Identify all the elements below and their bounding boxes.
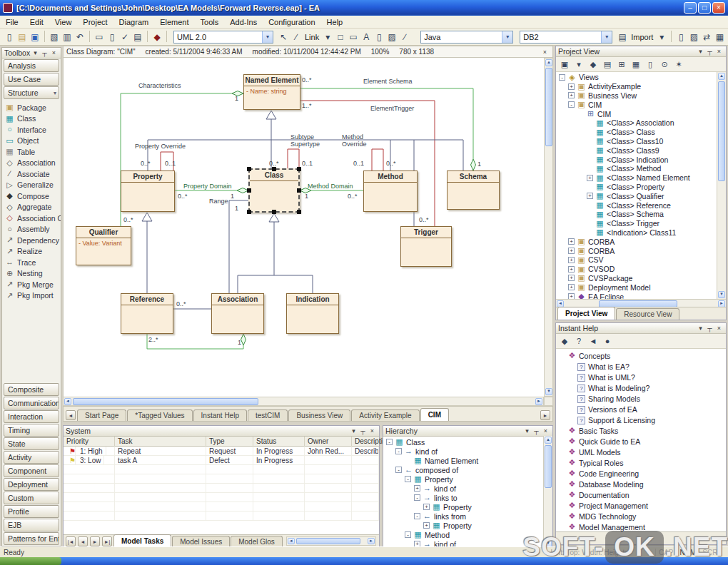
tree-item[interactable]: <Class> Class9 [556,146,717,155]
tree-item[interactable]: + EA Eclipse [556,292,717,299]
panel-close-icon[interactable]: × [714,324,724,332]
toolbox-item[interactable]: Generalize [5,180,61,191]
new-package-icon[interactable]: ▤ [601,58,614,71]
toolbox-section[interactable]: Component [4,464,59,477]
expand-toggle[interactable]: + [414,485,420,492]
tab[interactable]: Model Tasks [113,534,171,547]
tree-item[interactable]: Concepts [556,350,726,361]
scroll-down-icon[interactable]: ▼ [718,291,725,298]
pin-icon[interactable]: ┬ [358,427,368,435]
pin-icon[interactable]: ┬ [705,47,714,56]
tree-item[interactable]: <Indication> Class11 [556,228,717,238]
expand-toggle[interactable]: - [414,513,420,519]
toolbox-item[interactable]: Compose [5,190,61,202]
uml-class-qualifier[interactable]: Qualifier - Value: Variant [76,226,131,265]
tree-item[interactable]: + Business View [556,91,717,101]
uml-class-association[interactable]: Association [211,293,264,334]
web-icon[interactable]: ● [601,335,614,347]
scrollbar-thumb[interactable] [545,445,552,488]
scrollbar-thumb[interactable] [718,81,725,181]
expand-toggle[interactable]: + [568,293,575,299]
tree-item[interactable]: Database Modeling [556,479,726,489]
scroll-left-icon[interactable]: ◄ [288,538,295,544]
open-model-icon[interactable]: ◆ [587,58,600,71]
scroll-right-icon[interactable]: ► [535,398,542,405]
database-combo[interactable]: DB2 ▾ [520,31,612,44]
panel-menu-icon[interactable]: ▾ [522,427,532,435]
toolbox-section[interactable]: Communication [4,397,59,409]
menu-item[interactable]: Project [77,16,113,28]
selection-handle[interactable] [247,167,251,171]
menu-item[interactable]: Element [154,16,194,28]
toolbox-item[interactable]: Realize [5,246,61,258]
pin-icon[interactable]: ┬ [40,49,49,57]
scrollbar-thumb[interactable] [545,68,552,146]
toolbox-item[interactable]: Nesting [5,268,61,280]
generate-code-icon[interactable]: ▯ [674,31,687,44]
notes-icon[interactable]: ▤ [131,31,144,44]
tree-item[interactable]: <Class> Method [556,164,717,173]
next-record-icon[interactable]: ► [90,536,100,546]
tree-item[interactable]: Basic Tasks [556,425,726,436]
line-icon[interactable]: ∕ [398,31,411,44]
panel-menu-icon[interactable]: ▾ [349,427,358,435]
toolbox-section[interactable]: EJB [4,519,59,531]
chevron-down-icon[interactable]: ▾ [601,31,612,43]
expand-toggle[interactable]: - [559,74,565,81]
expand-toggle[interactable]: + [568,275,575,281]
sync-icon[interactable]: ⇄ [700,31,713,44]
toolbox-section[interactable]: Patterns for Ente... [4,532,59,545]
menu-item[interactable]: Diagram [113,16,155,28]
open-folder-icon[interactable]: ▤ [16,31,29,44]
minimize-button[interactable]: – [684,2,697,14]
close-button[interactable]: × [712,2,725,14]
expand-toggle[interactable]: - [405,531,411,538]
panel-menu-icon[interactable]: ▾ [696,324,705,332]
tree-item[interactable]: Versions of EA [556,404,726,414]
uml-class-trigger[interactable]: Trigger [400,226,452,267]
grid-icon[interactable]: ▦ [713,31,726,44]
menu-item[interactable]: Help [321,16,349,28]
menu-item[interactable]: Edit [24,16,49,28]
tree-item[interactable]: + <Class> Qualifier [556,191,717,200]
uml-class-schema[interactable]: Schema [447,170,500,210]
toolbox-section[interactable]: State [4,437,59,450]
expand-toggle[interactable]: + [568,248,575,254]
toolbox-item[interactable]: Interface [5,124,61,136]
panel-menu-icon[interactable]: ▾ [31,49,40,57]
appearance-icon[interactable]: ◆ [151,31,163,44]
column-header[interactable]: Owner [305,437,352,447]
tree-item[interactable]: Documentation [556,489,726,500]
toolbox-section[interactable]: Analysis [4,59,59,72]
scrollbar-thumb[interactable] [296,538,360,544]
expand-toggle[interactable]: - [395,467,402,473]
panel-menu-icon[interactable]: ▾ [696,47,705,56]
tree-item[interactable]: - composed of [383,465,543,474]
tree-item[interactable]: + Property [383,521,543,530]
tree-item[interactable]: - CIM [556,100,717,109]
separator[interactable] [166,31,167,42]
chevron-down-icon[interactable]: ▾ [572,58,585,71]
expand-toggle[interactable]: + [587,193,593,199]
menu-item[interactable]: Add-Ins [224,16,263,28]
documentation-icon[interactable]: ▯ [644,58,657,71]
column-header[interactable]: Task [115,437,206,447]
tree-item[interactable]: Support & Licensing [556,414,726,425]
tree-item[interactable]: Project Management [556,500,726,511]
tab[interactable]: Activity Example [351,409,419,421]
pen-icon[interactable]: ∕ [290,31,303,44]
tree-item[interactable]: + CVSPackage [556,274,717,283]
toolbox-item[interactable]: Class [5,113,61,125]
selection-handle[interactable] [297,210,301,214]
panel-close-icon[interactable]: × [714,47,724,56]
toolbox-item[interactable]: Assembly [5,224,61,235]
tree-item[interactable]: CIM [556,109,717,118]
separator[interactable] [44,31,45,42]
scroll-right-icon[interactable]: ► [368,538,375,544]
tree-item[interactable]: Model Management [556,521,726,531]
tree-item[interactable]: MDG Technology [556,511,726,521]
expand-toggle[interactable]: + [568,257,575,263]
print-preview-icon[interactable]: ▯ [106,31,118,44]
horizontal-scrollbar[interactable]: ◄ ► [286,536,376,546]
text-icon[interactable]: A [360,31,373,44]
